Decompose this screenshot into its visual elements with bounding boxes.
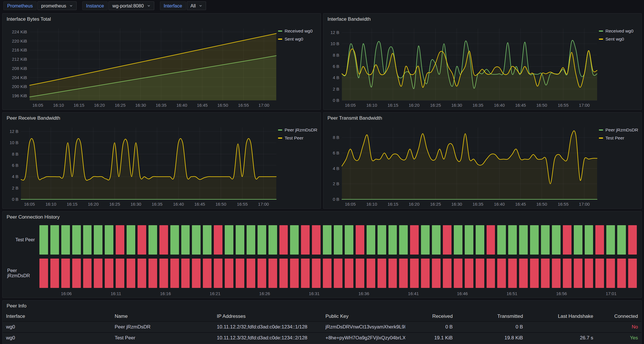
timeline-state-bar[interactable] xyxy=(628,225,637,255)
timeline-state-bar[interactable] xyxy=(606,225,615,255)
timeline-state-bar[interactable] xyxy=(378,225,386,255)
timeline-state-bar[interactable] xyxy=(465,225,473,255)
chart-peer-receive-bandwidth[interactable]: 0 B2 B4 B6 B8 B10 B12 B16:0516:1016:1516… xyxy=(5,123,277,207)
timeline-state-bar[interactable] xyxy=(410,225,419,255)
timeline-state-bar[interactable] xyxy=(519,225,528,255)
timeline-state-bar[interactable] xyxy=(148,225,157,255)
timeline-state-bar[interactable] xyxy=(563,259,571,288)
timeline-state-bar[interactable] xyxy=(116,225,124,255)
timeline-state-bar[interactable] xyxy=(454,225,462,255)
timeline-state-bar[interactable] xyxy=(508,225,517,255)
legend-item[interactable]: Peer jRzmDsDR xyxy=(278,127,318,133)
timeline-state-bar[interactable] xyxy=(432,225,441,255)
panel-title[interactable]: Peer Transmit Bandwidth xyxy=(323,112,641,123)
timeline-state-bar[interactable] xyxy=(497,259,506,288)
timeline-state-bar[interactable] xyxy=(83,225,92,255)
timeline-state-bar[interactable] xyxy=(61,259,70,288)
timeline-state-bar[interactable] xyxy=(148,259,157,288)
variable-value-instance[interactable]: wg-portal:8080 xyxy=(108,1,154,10)
table-header-transmitted[interactable]: Transmitted xyxy=(456,311,526,321)
timeline-state-bar[interactable] xyxy=(127,259,135,288)
timeline-state-bar[interactable] xyxy=(323,225,331,255)
timeline-state-bar[interactable] xyxy=(399,259,408,288)
timeline-state-bar[interactable] xyxy=(378,259,386,288)
timeline-state-bar[interactable] xyxy=(530,259,539,288)
timeline-state-bar[interactable] xyxy=(105,225,113,255)
table-header-received[interactable]: Received xyxy=(405,311,456,321)
timeline-state-bar[interactable] xyxy=(574,225,582,255)
timeline-state-bar[interactable] xyxy=(617,259,626,288)
timeline-state-bar[interactable] xyxy=(443,225,451,255)
table-header-ip-addresses[interactable]: IP Addresses xyxy=(214,311,322,321)
timeline-state-bar[interactable] xyxy=(39,259,48,288)
table-header-interface[interactable]: Interface xyxy=(3,311,111,321)
timeline-state-bar[interactable] xyxy=(334,225,342,255)
timeline-state-bar[interactable] xyxy=(356,225,364,255)
timeline-state-bar[interactable] xyxy=(50,259,59,288)
timeline-state-bar[interactable] xyxy=(595,259,604,288)
timeline-state-bar[interactable] xyxy=(138,259,146,288)
timeline-state-bar[interactable] xyxy=(39,225,48,255)
panel-title[interactable]: Interface Bandwidth xyxy=(323,14,641,24)
timeline-state-bar[interactable] xyxy=(388,225,397,255)
timeline-state-bar[interactable] xyxy=(61,225,70,255)
timeline-state-bar[interactable] xyxy=(301,225,310,255)
legend-item[interactable]: Sent wg0 xyxy=(278,37,318,42)
timeline-state-bar[interactable] xyxy=(476,225,484,255)
timeline-state-bar[interactable] xyxy=(443,259,451,288)
timeline-state-bar[interactable] xyxy=(301,259,310,288)
timeline-state-bar[interactable] xyxy=(606,259,615,288)
timeline-state-bar[interactable] xyxy=(214,259,222,288)
timeline-state-bar[interactable] xyxy=(290,225,299,255)
state-timeline[interactable]: Test PeerPeer jRzmDsDR16:0616:1116:1616:… xyxy=(7,223,637,296)
timeline-state-bar[interactable] xyxy=(487,225,495,255)
timeline-state-bar[interactable] xyxy=(247,259,255,288)
panel-title[interactable]: Peer Connection History xyxy=(3,211,641,222)
timeline-state-bar[interactable] xyxy=(279,225,288,255)
panel-title[interactable]: Peer Info xyxy=(3,301,641,311)
legend-item[interactable]: Peer jRzmDsDR xyxy=(599,127,639,133)
timeline-state-bar[interactable] xyxy=(203,259,212,288)
timeline-state-bar[interactable] xyxy=(508,259,517,288)
timeline-state-bar[interactable] xyxy=(116,259,124,288)
timeline-state-bar[interactable] xyxy=(345,225,353,255)
timeline-state-bar[interactable] xyxy=(476,259,484,288)
panel-title[interactable]: Interface Bytes Total xyxy=(3,14,321,24)
timeline-state-bar[interactable] xyxy=(454,259,462,288)
timeline-state-bar[interactable] xyxy=(432,259,441,288)
timeline-state-bar[interactable] xyxy=(367,259,375,288)
timeline-state-bar[interactable] xyxy=(83,259,92,288)
timeline-state-bar[interactable] xyxy=(290,259,299,288)
timeline-state-bar[interactable] xyxy=(585,225,593,255)
panel-title[interactable]: Peer Receive Bandwidth xyxy=(3,112,321,123)
timeline-state-bar[interactable] xyxy=(159,225,168,255)
variable-label-prometheus[interactable]: Prometheus xyxy=(3,1,37,10)
timeline-state-bar[interactable] xyxy=(595,225,604,255)
timeline-state-bar[interactable] xyxy=(585,259,593,288)
timeline-state-bar[interactable] xyxy=(258,259,266,288)
timeline-state-bar[interactable] xyxy=(268,259,277,288)
legend-item[interactable]: Received wg0 xyxy=(278,28,318,34)
timeline-state-bar[interactable] xyxy=(574,259,582,288)
timeline-state-bar[interactable] xyxy=(541,225,550,255)
chart-interface-bytes-total[interactable]: 196 KiB200 KiB204 KiB208 KiB212 KiB216 K… xyxy=(5,24,277,108)
table-row[interactable]: wg0Peer jRzmDsDR10.11.12.2/32,fdfd:d3ad:… xyxy=(3,321,641,332)
timeline-state-bar[interactable] xyxy=(279,259,288,288)
timeline-state-bar[interactable] xyxy=(334,259,342,288)
timeline-state-bar[interactable] xyxy=(497,225,506,255)
timeline-state-bar[interactable] xyxy=(268,225,277,255)
timeline-state-bar[interactable] xyxy=(519,259,528,288)
timeline-state-bar[interactable] xyxy=(541,259,550,288)
timeline-state-bar[interactable] xyxy=(170,225,179,255)
timeline-state-bar[interactable] xyxy=(72,225,81,255)
timeline-state-bar[interactable] xyxy=(312,259,321,288)
timeline-state-bar[interactable] xyxy=(105,259,113,288)
legend-item[interactable]: Test Peer xyxy=(599,135,639,141)
table-header-connected[interactable]: Connected xyxy=(597,311,641,321)
timeline-state-bar[interactable] xyxy=(236,225,244,255)
timeline-state-bar[interactable] xyxy=(421,225,430,255)
timeline-state-bar[interactable] xyxy=(465,259,473,288)
timeline-state-bar[interactable] xyxy=(159,259,168,288)
timeline-state-bar[interactable] xyxy=(487,259,495,288)
chart-interface-bandwidth[interactable]: 0 B2 B4 B6 B8 B10 B12 B16:0516:1016:1516… xyxy=(326,24,598,108)
